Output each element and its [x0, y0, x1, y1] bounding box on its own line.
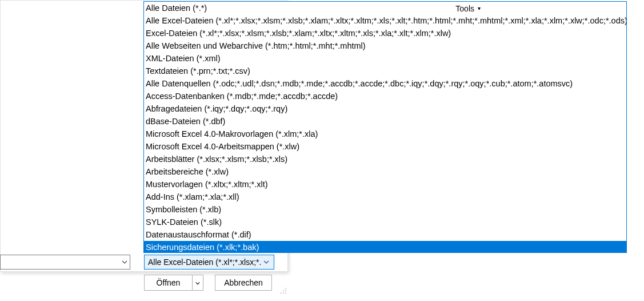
file-type-combobox[interactable]: Alle Excel-Dateien (*.xl*;*.xlsx;*. — [144, 255, 274, 270]
file-type-selected-text: Alle Excel-Dateien (*.xl*;*.xlsx;*. — [148, 258, 262, 267]
open-button-main[interactable]: Öffnen — [145, 275, 193, 290]
file-type-option[interactable]: Alle Excel-Dateien (*.xl*;*.xlsx;*.xlsm;… — [144, 14, 626, 27]
chevron-down-icon — [122, 259, 127, 265]
caret-down-icon — [195, 278, 200, 287]
file-type-option[interactable]: Alle Webseiten und Webarchive (*.htm;*.h… — [144, 39, 626, 52]
file-type-option[interactable]: Add-Ins (*.xlam;*.xla;*.xll) — [144, 191, 626, 203]
file-type-dropdown-list[interactable]: Alle Dateien (*.*)Alle Excel-Dateien (*.… — [143, 1, 627, 253]
file-type-option[interactable]: Alle Datenquellen (*.odc;*.udl;*.dsn;*.m… — [144, 77, 626, 90]
chevron-down-icon — [262, 259, 270, 265]
file-type-option[interactable]: Datenaustauschformat (*.dif) — [144, 228, 626, 241]
tools-button[interactable]: Tools ▾ — [452, 2, 484, 15]
file-type-option[interactable]: dBase-Dateien (*.dbf) — [144, 115, 626, 128]
open-button-label: Öffnen — [157, 278, 181, 287]
file-type-option[interactable]: Mustervorlagen (*.xltx;*.xltm;*.xlt) — [144, 178, 626, 191]
file-type-option[interactable]: Arbeitsbereiche (*.xlw) — [144, 165, 626, 178]
file-type-option[interactable]: Abfragedateien (*.iqy;*.dqy;*.oqy;*.rqy) — [144, 102, 626, 115]
file-type-option[interactable]: Arbeitsblätter (*.xlsx;*.xlsm;*.xlsb;*.x… — [144, 153, 626, 165]
file-type-option[interactable]: Microsoft Excel 4.0-Makrovorlagen (*.xlm… — [144, 128, 626, 140]
open-button[interactable]: Öffnen — [144, 275, 203, 291]
file-type-option[interactable]: Microsoft Excel 4.0-Arbeitsmappen (*.xlw… — [144, 140, 626, 153]
tools-button-label: Tools — [455, 4, 474, 13]
file-type-option[interactable]: Symbolleisten (*.xlb) — [144, 203, 626, 216]
caret-down-icon: ▾ — [478, 6, 481, 11]
open-button-split[interactable] — [193, 275, 203, 290]
file-type-option[interactable]: Excel-Dateien (*.xl*;*.xlsx;*.xlsm;*.xls… — [144, 27, 626, 39]
cancel-button[interactable]: Abbrechen — [215, 275, 272, 291]
file-type-option[interactable]: Alle Dateien (*.*) — [144, 2, 626, 14]
resize-grip-icon[interactable] — [280, 287, 288, 295]
file-type-option[interactable]: Textdateien (*.prn;*.txt;*.csv) — [144, 65, 626, 77]
file-type-option[interactable]: Access-Datenbanken (*.mdb;*.mde;*.accdb;… — [144, 90, 626, 102]
file-type-option[interactable]: Sicherungsdateien (*.xlk;*.bak) — [144, 241, 626, 253]
filename-input[interactable] — [0, 255, 130, 270]
cancel-button-label: Abbrechen — [224, 278, 263, 287]
file-type-option[interactable]: SYLK-Dateien (*.slk) — [144, 216, 626, 228]
file-type-option[interactable]: XML-Dateien (*.xml) — [144, 52, 626, 65]
